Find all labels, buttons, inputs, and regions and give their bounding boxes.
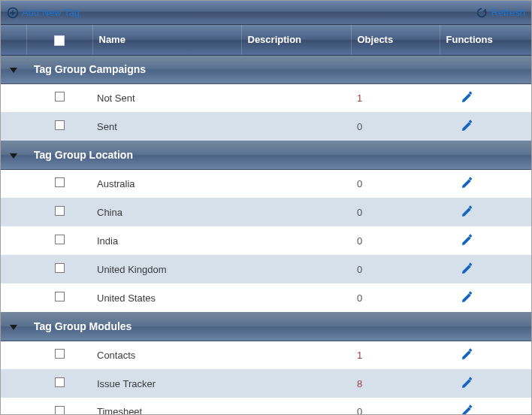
row-checkbox[interactable] <box>55 349 65 359</box>
col-header-expand <box>1 25 26 55</box>
row-checkbox[interactable] <box>55 377 65 387</box>
row-name: Sent <box>97 121 117 132</box>
edit-icon[interactable] <box>461 233 474 247</box>
edit-icon[interactable] <box>461 119 474 132</box>
table-wrap[interactable]: Name Description Objects Functions Tag G… <box>1 25 531 414</box>
col-header-description[interactable]: Description <box>241 25 351 55</box>
table-header-row: Name Description Objects Functions <box>1 25 531 55</box>
group-label: Tag Group Campaigns <box>34 63 146 75</box>
row-objects: 0 <box>357 292 362 304</box>
refresh-icon <box>476 7 488 19</box>
table-row[interactable]: China 0 <box>1 198 531 226</box>
collapse-icon <box>10 153 17 159</box>
group-header[interactable]: Tag Group Campaigns <box>1 55 531 83</box>
tag-table: Name Description Objects Functions Tag G… <box>1 25 531 414</box>
col-header-checkbox[interactable] <box>26 25 92 55</box>
group-label: Tag Group Modules <box>34 320 131 332</box>
row-objects: 0 <box>357 264 362 275</box>
collapse-icon <box>10 325 17 330</box>
table-row[interactable]: Australia 0 <box>1 169 531 198</box>
row-name: United States <box>97 292 156 304</box>
row-name: India <box>97 235 118 247</box>
row-name: Issue Tracker <box>97 378 156 389</box>
add-new-tag-link[interactable]: Add New Tag <box>22 7 80 18</box>
row-checkbox[interactable] <box>55 92 65 101</box>
edit-icon[interactable] <box>461 347 474 361</box>
row-name: United Kingdom <box>97 264 167 275</box>
col-header-objects[interactable]: Objects <box>351 25 440 55</box>
table-body: Tag Group Campaigns Not Sent 1 Sent 0 Ta… <box>1 55 531 414</box>
table-row[interactable]: Not Sent 1 <box>1 83 531 112</box>
row-objects: 8 <box>357 378 362 389</box>
add-icon <box>7 7 19 19</box>
table-row[interactable]: Contacts 1 <box>1 341 531 369</box>
collapse-icon <box>10 68 17 73</box>
edit-icon[interactable] <box>461 176 474 189</box>
row-name: China <box>97 207 122 218</box>
row-checkbox[interactable] <box>55 235 65 244</box>
row-objects: 0 <box>357 406 362 414</box>
row-objects: 0 <box>357 235 362 247</box>
col-header-name[interactable]: Name <box>92 25 241 55</box>
row-name: Australia <box>97 178 135 189</box>
table-row[interactable]: Issue Tracker 8 <box>1 369 531 398</box>
table-row[interactable]: United States 0 <box>1 283 531 312</box>
svg-marker-3 <box>483 8 486 11</box>
col-header-functions[interactable]: Functions <box>440 25 531 55</box>
row-objects: 1 <box>357 350 362 361</box>
row-checkbox[interactable] <box>55 120 65 130</box>
toolbar: Add New Tag Refresh <box>1 1 531 25</box>
row-checkbox[interactable] <box>55 292 65 301</box>
table-row[interactable]: Timesheet 0 <box>1 398 531 414</box>
row-name: Contacts <box>97 350 135 361</box>
row-checkbox[interactable] <box>55 206 65 216</box>
row-objects: 0 <box>357 207 362 218</box>
group-header[interactable]: Tag Group Modules <box>1 312 531 341</box>
row-objects: 0 <box>357 121 362 132</box>
row-name: Timesheet <box>97 406 142 414</box>
row-objects: 0 <box>357 178 362 189</box>
row-checkbox[interactable] <box>55 177 65 187</box>
table-row[interactable]: Sent 0 <box>1 112 531 141</box>
group-label: Tag Group Location <box>34 149 133 161</box>
row-checkbox[interactable] <box>55 406 65 414</box>
edit-icon[interactable] <box>461 404 474 414</box>
row-name: Not Sent <box>97 92 135 104</box>
row-objects: 1 <box>357 92 362 104</box>
refresh-link[interactable]: Refresh <box>491 7 525 18</box>
edit-icon[interactable] <box>461 90 474 104</box>
edit-icon[interactable] <box>461 204 474 218</box>
group-header[interactable]: Tag Group Location <box>1 141 531 169</box>
table-row[interactable]: United Kingdom 0 <box>1 255 531 283</box>
table-row[interactable]: India 0 <box>1 226 531 255</box>
tag-panel: Add New Tag Refresh <box>0 0 532 415</box>
edit-icon[interactable] <box>461 290 474 304</box>
edit-icon[interactable] <box>461 262 474 275</box>
select-all-checkbox[interactable] <box>54 35 65 46</box>
row-checkbox[interactable] <box>55 263 65 273</box>
edit-icon[interactable] <box>461 376 474 389</box>
